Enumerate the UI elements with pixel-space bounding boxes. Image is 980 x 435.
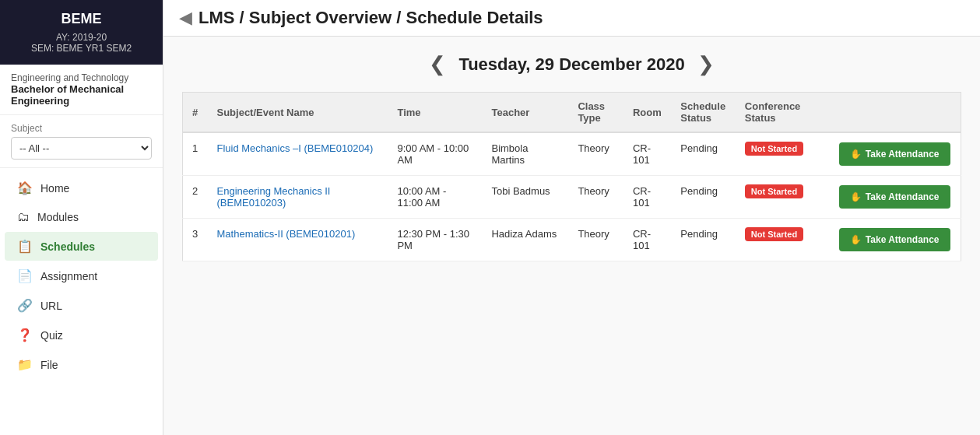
table-row: 3 Mathematics-II (BEME010201) 12:30 PM -… xyxy=(183,219,961,261)
sidebar-item-home[interactable]: 🏠Home xyxy=(5,174,158,202)
cell-schedule-status: Pending xyxy=(671,132,735,176)
content-area: ❮ Tuesday, 29 December 2020 ❯ # Subject/… xyxy=(163,37,980,435)
sidebar-item-schedules[interactable]: 📋Schedules xyxy=(5,232,158,261)
subject-filter: Subject -- All -- xyxy=(0,115,163,168)
table-row: 2 Engineering Mechanics II (BEME010203) … xyxy=(183,176,961,219)
cell-conf-status: Not Started xyxy=(736,176,830,219)
semester: SEM: BEME YR1 SEM2 xyxy=(8,43,155,54)
cell-conf-status: Not Started xyxy=(736,219,830,261)
main-content: ◀ LMS / Subject Overview / Schedule Deta… xyxy=(163,0,980,435)
col-header-action xyxy=(830,93,961,133)
sidebar-header: BEME AY: 2019-20 SEM: BEME YR1 SEM2 xyxy=(0,0,163,65)
current-date: Tuesday, 29 December 2020 xyxy=(458,54,684,75)
cell-class-type: Theory xyxy=(568,132,623,176)
modules-icon: 🗂 xyxy=(17,210,30,224)
academic-year: AY: 2019-20 xyxy=(8,32,155,43)
cell-num: 1 xyxy=(183,132,208,176)
cell-num: 3 xyxy=(183,219,208,261)
attendance-icon: ✋ xyxy=(850,234,862,245)
sidebar: BEME AY: 2019-20 SEM: BEME YR1 SEM2 Engi… xyxy=(0,0,163,435)
sidebar-nav: 🏠Home🗂Modules📋Schedules📄Assignment🔗URL❓Q… xyxy=(0,168,163,435)
sidebar-item-quiz[interactable]: ❓Quiz xyxy=(5,321,158,349)
col-header-schedule-status: Schedule Status xyxy=(671,93,735,133)
sidebar-item-label: Assignment xyxy=(40,270,97,282)
date-nav: ❮ Tuesday, 29 December 2020 ❯ xyxy=(182,52,961,76)
cell-room: CR-101 xyxy=(623,132,671,176)
sidebar-item-assignment[interactable]: 📄Assignment xyxy=(5,261,158,290)
sidebar-item-url[interactable]: 🔗URL xyxy=(5,291,158,320)
assignment-icon: 📄 xyxy=(17,268,33,283)
col-header-num: # xyxy=(183,93,208,133)
col-header-conf-status: Conference Status xyxy=(736,93,830,133)
url-icon: 🔗 xyxy=(17,298,33,313)
cell-teacher: Tobi Badmus xyxy=(482,176,568,219)
cell-time: 10:00 AM - 11:00 AM xyxy=(388,176,482,219)
cell-teacher: Hadiza Adams xyxy=(482,219,568,261)
faculty-label: Engineering and Technology xyxy=(11,72,152,83)
attendance-icon: ✋ xyxy=(850,149,862,160)
cell-action: ✋ Take Attendance xyxy=(830,176,961,219)
topbar: ◀ LMS / Subject Overview / Schedule Deta… xyxy=(163,0,980,37)
cell-room: CR-101 xyxy=(623,176,671,219)
cell-action: ✋ Take Attendance xyxy=(830,219,961,261)
cell-num: 2 xyxy=(183,176,208,219)
sidebar-item-label: Home xyxy=(40,182,69,195)
school-info: Engineering and Technology Bachelor of M… xyxy=(0,65,163,115)
cell-action: ✋ Take Attendance xyxy=(830,132,961,176)
sidebar-item-label: URL xyxy=(40,300,62,312)
school-code: BEME xyxy=(8,11,155,27)
cell-time: 12:30 PM - 1:30 PM xyxy=(388,219,482,261)
take-attendance-button[interactable]: ✋ Take Attendance xyxy=(839,228,950,251)
attendance-icon: ✋ xyxy=(850,191,862,202)
cell-subject: Fluid Mechanics –I (BEME010204) xyxy=(208,132,388,176)
cell-class-type: Theory xyxy=(568,219,623,261)
col-header-class-type: Class Type xyxy=(568,93,623,133)
schedule-table: # Subject/Event Name Time Teacher Class … xyxy=(182,92,961,261)
quiz-icon: ❓ xyxy=(17,328,33,342)
take-attendance-button[interactable]: ✋ Take Attendance xyxy=(839,142,950,166)
cell-subject: Mathematics-II (BEME010201) xyxy=(208,219,388,261)
home-icon: 🏠 xyxy=(17,181,33,195)
sidebar-item-label: File xyxy=(40,359,58,371)
back-icon[interactable]: ◀ xyxy=(179,8,192,28)
cell-class-type: Theory xyxy=(568,176,623,219)
sidebar-item-label: Modules xyxy=(37,211,79,223)
sidebar-item-modules[interactable]: 🗂Modules xyxy=(5,203,158,231)
col-header-subject: Subject/Event Name xyxy=(208,93,388,133)
cell-time: 9:00 AM - 10:00 AM xyxy=(388,132,482,176)
cell-subject: Engineering Mechanics II (BEME010203) xyxy=(208,176,388,219)
cell-conf-status: Not Started xyxy=(736,132,830,176)
cell-schedule-status: Pending xyxy=(671,219,735,261)
program-label: Bachelor of Mechanical Engineering xyxy=(11,83,152,107)
sidebar-item-label: Quiz xyxy=(40,329,63,342)
table-header: # Subject/Event Name Time Teacher Class … xyxy=(183,93,961,133)
take-attendance-button[interactable]: ✋ Take Attendance xyxy=(839,185,950,209)
cell-room: CR-101 xyxy=(623,219,671,261)
col-header-time: Time xyxy=(388,93,482,133)
sidebar-item-label: Schedules xyxy=(40,240,95,253)
sidebar-item-file[interactable]: 📁File xyxy=(5,350,158,379)
page-title: LMS / Subject Overview / Schedule Detail… xyxy=(198,8,543,28)
subject-select[interactable]: -- All -- xyxy=(11,137,152,160)
prev-date-button[interactable]: ❮ xyxy=(429,52,446,76)
file-icon: 📁 xyxy=(17,357,33,372)
schedules-icon: 📋 xyxy=(17,239,33,254)
table-row: 1 Fluid Mechanics –I (BEME010204) 9:00 A… xyxy=(183,132,961,176)
table-body: 1 Fluid Mechanics –I (BEME010204) 9:00 A… xyxy=(183,132,961,261)
subject-filter-label: Subject xyxy=(11,123,152,134)
col-header-teacher: Teacher xyxy=(482,93,568,133)
cell-teacher: Bimbola Martins xyxy=(482,132,568,176)
cell-schedule-status: Pending xyxy=(671,176,735,219)
next-date-button[interactable]: ❯ xyxy=(697,52,715,76)
col-header-room: Room xyxy=(623,93,671,133)
